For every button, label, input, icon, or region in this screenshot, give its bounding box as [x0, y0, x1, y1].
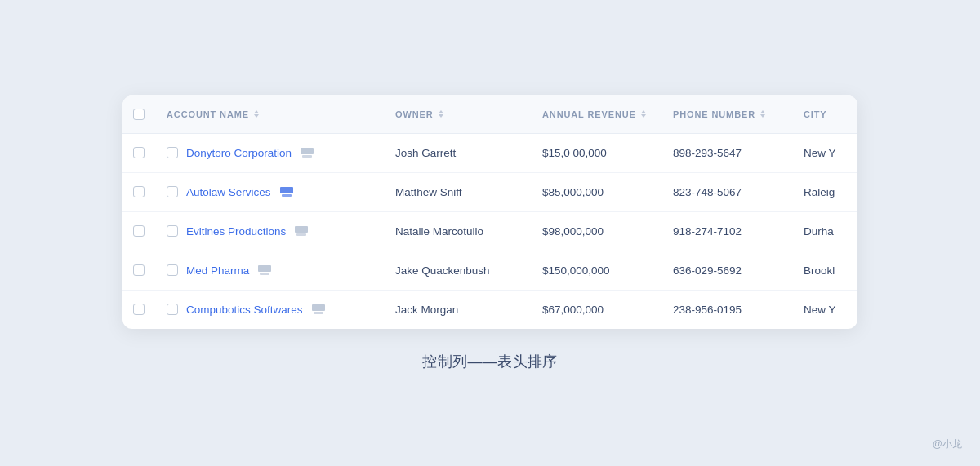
svg-rect-0 — [301, 148, 314, 154]
account-type-icon — [311, 304, 326, 315]
phone-cell: 238-956-0195 — [662, 290, 792, 329]
city-cell: New Y — [792, 133, 858, 172]
svg-rect-6 — [258, 265, 271, 272]
row-checkbox[interactable] — [133, 147, 145, 158]
account-name-link[interactable]: Evitines Productions — [186, 225, 286, 237]
owner-cell: Josh Garrett — [384, 133, 531, 172]
header-phone-number[interactable]: PHONE NUMBER — [662, 95, 792, 134]
revenue-cell: $85,000,000 — [531, 172, 662, 211]
row-account-checkbox[interactable] — [167, 186, 178, 197]
row-account-checkbox[interactable] — [167, 304, 178, 315]
header-city: CITY — [792, 95, 858, 134]
table-row: Autolaw Services Matthew Sniff$85,000,00… — [122, 172, 858, 211]
data-table: ACCOUNT NAME OWNER — [122, 95, 858, 329]
sort-icon-phone[interactable] — [760, 110, 765, 118]
row-account-checkbox[interactable] — [167, 264, 178, 276]
svg-rect-2 — [280, 187, 293, 193]
owner-cell: Matthew Sniff — [384, 172, 531, 211]
header-checkbox[interactable] — [133, 109, 145, 120]
header-owner-label: OWNER — [395, 109, 434, 119]
watermark: @小龙 — [933, 437, 962, 451]
svg-rect-9 — [314, 312, 323, 314]
header-owner[interactable]: OWNER — [384, 95, 531, 134]
table-row: Evitines Productions Natalie Marcotulio$… — [122, 211, 858, 251]
phone-cell: 898-293-5647 — [662, 133, 792, 172]
sort-icon-account[interactable] — [254, 110, 259, 118]
account-name-link[interactable]: Med Pharma — [186, 264, 249, 277]
account-type-icon — [300, 147, 314, 158]
account-type-icon — [294, 225, 309, 237]
table-header-row: ACCOUNT NAME OWNER — [122, 95, 858, 134]
city-cell: New Y — [792, 290, 858, 329]
phone-cell: 823-748-5067 — [662, 172, 792, 211]
svg-rect-4 — [295, 226, 308, 233]
city-cell: Raleig — [792, 172, 858, 211]
table-row: Med Pharma Jake Quackenbush$150,000,0006… — [122, 251, 858, 290]
row-checkbox[interactable] — [133, 186, 145, 197]
revenue-cell: $67,000,000 — [531, 290, 662, 329]
row-account-checkbox[interactable] — [167, 147, 178, 158]
header-account-name[interactable]: ACCOUNT NAME — [155, 95, 384, 134]
row-checkbox[interactable] — [133, 264, 145, 276]
header-annual-revenue[interactable]: ANNUAL REVENUE — [531, 95, 662, 134]
city-cell: Brookl — [792, 251, 858, 290]
svg-rect-5 — [296, 233, 306, 236]
revenue-cell: $15,0 00,000 — [531, 133, 662, 172]
header-checkbox-cell — [122, 95, 155, 134]
phone-cell: 636-029-5692 — [662, 251, 792, 290]
owner-cell: Jack Morgan — [384, 290, 531, 329]
account-name-link[interactable]: Donytoro Corporation — [186, 147, 292, 159]
revenue-cell: $150,000,000 — [531, 251, 662, 290]
header-phone-label: PHONE NUMBER — [673, 109, 755, 119]
city-cell: Durha — [792, 211, 858, 251]
header-city-label: CITY — [804, 109, 827, 119]
row-account-checkbox[interactable] — [167, 225, 178, 237]
svg-rect-1 — [302, 155, 312, 158]
sort-icon-revenue[interactable] — [641, 110, 646, 118]
header-revenue-label: ANNUAL REVENUE — [542, 109, 636, 119]
account-type-icon — [279, 186, 294, 197]
account-name-link[interactable]: Compubotics Softwares — [186, 304, 303, 316]
svg-rect-7 — [260, 273, 270, 275]
table-row: Compubotics Softwares Jack Morgan$67,000… — [122, 290, 858, 329]
sort-icon-owner[interactable] — [439, 110, 443, 118]
account-name-link[interactable]: Autolaw Services — [186, 186, 271, 198]
row-checkbox[interactable] — [133, 225, 145, 237]
svg-rect-8 — [312, 304, 325, 311]
table-row: Donytoro Corporation Josh Garrett$15,0 0… — [122, 133, 858, 172]
owner-cell: Natalie Marcotulio — [384, 211, 531, 251]
svg-rect-3 — [282, 194, 292, 197]
account-type-icon — [257, 264, 272, 276]
owner-cell: Jake Quackenbush — [384, 251, 531, 290]
phone-cell: 918-274-7102 — [662, 211, 792, 251]
revenue-cell: $98,000,000 — [531, 211, 662, 251]
caption-text: 控制列——表头排序 — [422, 352, 557, 371]
header-account-name-label: ACCOUNT NAME — [167, 109, 249, 119]
row-checkbox[interactable] — [133, 304, 145, 315]
